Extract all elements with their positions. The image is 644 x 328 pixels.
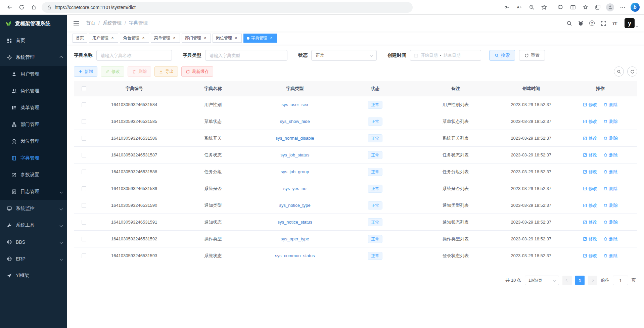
close-icon[interactable]: × (172, 36, 177, 41)
row-checkbox[interactable] (82, 203, 86, 208)
status-select[interactable]: 正常 (311, 50, 377, 61)
tab-role[interactable]: 角色管理× (120, 34, 149, 43)
user-menu[interactable]: y (625, 18, 638, 28)
row-delete-button[interactable]: 删除 (603, 169, 618, 175)
page-number-1[interactable]: 1 (575, 276, 585, 285)
dict-type-link[interactable]: sys_notice_status (277, 220, 312, 225)
github-button[interactable] (576, 18, 586, 28)
reset-button[interactable]: 重置 (519, 50, 545, 61)
sidebar-item-erp[interactable]: ERP (0, 250, 67, 267)
dict-type-link[interactable]: sys_show_hide (280, 119, 310, 124)
row-checkbox[interactable] (82, 170, 86, 174)
split-screen-button[interactable] (567, 2, 579, 13)
row-checkbox[interactable] (82, 237, 86, 241)
tab-dept[interactable]: 部门管理× (182, 34, 211, 43)
close-icon[interactable]: × (234, 36, 238, 41)
help-button[interactable]: ? (587, 18, 597, 28)
dict-type-link[interactable]: sys_job_status (280, 152, 309, 157)
close-icon[interactable]: × (110, 36, 115, 41)
browser-menu-button[interactable] (617, 2, 628, 13)
lock-icon[interactable] (47, 5, 52, 10)
row-edit-button[interactable]: 修改 (583, 102, 597, 108)
dict-type-link[interactable]: sys_yes_no (283, 186, 307, 191)
app-logo[interactable]: 意框架管理系统 (0, 15, 67, 32)
row-edit-button[interactable]: 修改 (583, 202, 597, 208)
browser-back-button[interactable] (3, 2, 15, 13)
close-icon[interactable]: × (141, 36, 146, 41)
password-key-button[interactable] (501, 2, 512, 13)
dict-type-link[interactable]: sys_common_status (275, 253, 315, 258)
sidebar-item-user[interactable]: 用户管理 (0, 66, 67, 83)
read-aloud-button[interactable]: A (513, 2, 525, 13)
refresh-table-button[interactable] (627, 66, 637, 77)
close-icon[interactable]: × (269, 36, 274, 41)
row-checkbox[interactable] (82, 186, 86, 191)
tab-post[interactable]: 岗位管理× (213, 34, 242, 43)
row-delete-button[interactable]: 删除 (603, 186, 618, 192)
sidebar-item-menu[interactable]: 菜单管理 (0, 99, 67, 116)
sidebar-item-role[interactable]: 角色管理 (0, 83, 67, 99)
select-all-checkbox[interactable] (82, 86, 86, 91)
row-delete-button[interactable]: 删除 (603, 102, 618, 108)
row-edit-button[interactable]: 修改 (583, 253, 597, 259)
sidebar-item-system[interactable]: 系统管理 (0, 49, 67, 66)
row-edit-button[interactable]: 修改 (583, 135, 597, 141)
refresh-cache-button[interactable]: 刷新缓存 (181, 66, 213, 77)
row-delete-button[interactable]: 删除 (603, 202, 618, 208)
dict-name-input[interactable] (96, 50, 172, 61)
goto-page-input[interactable] (613, 276, 628, 285)
page-size-select[interactable]: 10条/页 (525, 276, 559, 285)
next-page-button[interactable] (588, 276, 597, 285)
sidebar-item-yi[interactable]: Yi框架 (0, 267, 67, 284)
row-checkbox[interactable] (82, 220, 86, 225)
sidebar-item-dict[interactable]: 字典管理 (0, 150, 67, 167)
font-size-button[interactable]: TT (610, 18, 620, 28)
sidebar-item-post[interactable]: 岗位管理 (0, 133, 67, 150)
url-text[interactable]: https://ccnetcore.com:1101/system/dict (55, 5, 136, 10)
toggle-search-button[interactable] (614, 66, 624, 77)
row-edit-button[interactable]: 修改 (583, 219, 597, 225)
sidebar-item-home[interactable]: 首页 (0, 32, 67, 49)
browser-profile-button[interactable] (604, 2, 616, 13)
row-edit-button[interactable]: 修改 (583, 186, 597, 192)
date-start-placeholder[interactable]: 开始日期 (421, 53, 438, 58)
browser-home-button[interactable] (28, 2, 40, 13)
header-search-button[interactable] (564, 18, 574, 28)
favorites-button[interactable] (580, 2, 591, 13)
sidebar-toggle-button[interactable] (73, 19, 81, 27)
sidebar-item-monitor[interactable]: 系统监控 (0, 200, 67, 217)
add-favorite-button[interactable] (538, 2, 550, 13)
export-button[interactable]: 导出 (154, 66, 178, 77)
row-edit-button[interactable]: 修改 (583, 119, 597, 125)
sidebar-item-param[interactable]: 参数设置 (0, 167, 67, 183)
sidebar-item-bbs[interactable]: BBS (0, 234, 67, 250)
sidebar-item-tools[interactable]: 系统工具 (0, 217, 67, 234)
zoom-button[interactable] (526, 2, 537, 13)
row-checkbox[interactable] (82, 119, 86, 124)
dict-type-link[interactable]: sys_oper_type (281, 236, 309, 241)
dict-type-link[interactable]: sys_user_sex (281, 102, 308, 107)
collections-button[interactable] (592, 2, 603, 13)
add-button[interactable]: 新增 (74, 66, 97, 77)
tab-menu[interactable]: 菜单管理× (151, 34, 180, 43)
sidebar-item-log[interactable]: 日志管理 (0, 183, 67, 200)
breadcrumb-system[interactable]: 系统管理 (103, 20, 122, 26)
tab-home[interactable]: 首页 (73, 34, 87, 43)
tab-user[interactable]: 用户管理× (89, 34, 118, 43)
date-end-placeholder[interactable]: 结束日期 (444, 53, 460, 58)
extensions-button[interactable] (555, 2, 566, 13)
row-delete-button[interactable]: 删除 (603, 135, 618, 141)
row-delete-button[interactable]: 删除 (603, 119, 618, 125)
row-checkbox[interactable] (82, 253, 86, 258)
browser-refresh-button[interactable] (15, 2, 28, 13)
dict-type-link[interactable]: sys_notice_type (279, 203, 311, 208)
dict-type-link[interactable]: sys_job_group (281, 169, 309, 174)
row-edit-button[interactable]: 修改 (583, 152, 597, 158)
search-button[interactable]: 搜索 (489, 50, 515, 61)
fullscreen-button[interactable] (598, 18, 608, 28)
dict-type-link[interactable]: sys_normal_disable (276, 136, 314, 141)
close-icon[interactable]: × (203, 36, 208, 41)
edit-button[interactable]: 修改 (101, 66, 124, 77)
dict-type-input[interactable] (205, 50, 287, 61)
row-edit-button[interactable]: 修改 (583, 169, 597, 175)
